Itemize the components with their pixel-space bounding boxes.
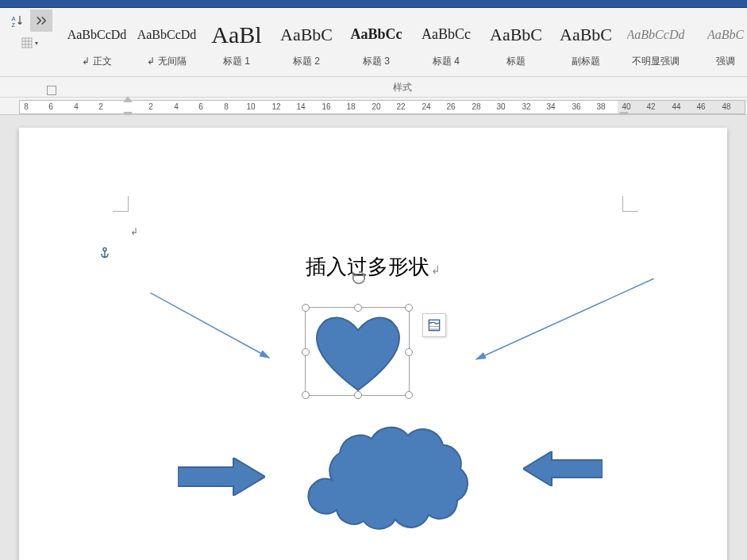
svg-text:Z: Z bbox=[11, 21, 15, 29]
style-item-5[interactable]: AaBbCc标题 4 bbox=[412, 11, 480, 75]
styles-group-label: 样式 bbox=[58, 77, 747, 97]
style-preview: AaBl bbox=[211, 18, 261, 52]
style-label: 标题 bbox=[506, 55, 526, 68]
resize-handle-se[interactable] bbox=[405, 391, 413, 399]
style-preview: AaBbCcDd bbox=[67, 18, 127, 52]
svg-line-6 bbox=[476, 278, 654, 359]
sort-button[interactable]: AZ bbox=[6, 10, 29, 32]
document-area[interactable]: ↲ 插入过多形状↲ bbox=[0, 115, 747, 560]
style-preview: AaBbCcDd bbox=[627, 18, 685, 52]
style-label: 标题 1 bbox=[223, 55, 250, 68]
title-bar bbox=[0, 0, 747, 8]
ruler-number: 38 bbox=[596, 102, 605, 111]
ruler-number: 30 bbox=[496, 102, 505, 111]
style-preview: AaBbCc bbox=[350, 18, 402, 52]
style-label: 标题 3 bbox=[363, 55, 390, 68]
page[interactable]: ↲ 插入过多形状↲ bbox=[19, 128, 727, 560]
svg-line-5 bbox=[150, 293, 269, 358]
style-item-9[interactable]: AaBbC强调 bbox=[691, 11, 747, 75]
style-item-8[interactable]: AaBbCcDd不明显强调 bbox=[622, 11, 690, 75]
resize-handle-e[interactable] bbox=[405, 348, 413, 356]
ruler-number: 12 bbox=[271, 102, 280, 111]
rotate-handle-icon[interactable] bbox=[350, 269, 368, 290]
ruler-number: 16 bbox=[322, 102, 330, 111]
block-arrow-right[interactable] bbox=[178, 458, 265, 496]
resize-handle-nw[interactable] bbox=[302, 304, 310, 312]
ruler-number: 4 bbox=[74, 102, 79, 111]
arrow-line-right[interactable] bbox=[472, 278, 662, 366]
ruler-number: 24 bbox=[422, 102, 430, 111]
ruler-number: 48 bbox=[722, 102, 730, 111]
margin-corner-tr bbox=[622, 196, 638, 212]
style-label: ↲ 正文 bbox=[82, 55, 111, 68]
ruler-number: 32 bbox=[522, 102, 530, 111]
style-label: 标题 2 bbox=[293, 55, 320, 68]
dropdown-caret-icon: ▾ bbox=[35, 40, 38, 47]
resize-handle-ne[interactable] bbox=[405, 304, 413, 312]
paragraph-mark: ↲ bbox=[130, 226, 138, 237]
heading-text: 插入过多形状 bbox=[306, 255, 429, 278]
style-preview: AaBbC bbox=[490, 18, 542, 52]
arrow-line-left[interactable] bbox=[150, 293, 277, 364]
ruler-number: 34 bbox=[546, 102, 555, 111]
style-label: ↲ 无间隔 bbox=[147, 55, 186, 68]
ruler-number: 20 bbox=[372, 102, 380, 111]
style-item-7[interactable]: AaBbC副标题 bbox=[552, 11, 620, 75]
style-preview: AaBbC bbox=[707, 18, 744, 52]
ruler-number: 8 bbox=[24, 102, 29, 111]
style-label: 强调 bbox=[716, 55, 735, 68]
dialog-launcher[interactable] bbox=[47, 86, 56, 95]
style-item-1[interactable]: AaBbCcDd↲ 无间隔 bbox=[133, 11, 201, 75]
indent-marker-first[interactable] bbox=[123, 96, 133, 102]
ruler-number: 26 bbox=[446, 102, 455, 111]
style-preview: AaBbCcDd bbox=[137, 18, 197, 52]
style-item-0[interactable]: AaBbCcDd↲ 正文 bbox=[63, 11, 131, 75]
style-label: 副标题 bbox=[572, 55, 600, 68]
resize-handle-sw[interactable] bbox=[302, 391, 310, 399]
style-item-4[interactable]: AaBbCc标题 3 bbox=[342, 11, 410, 75]
style-preview: AaBbC bbox=[280, 18, 333, 52]
ruler-number: 46 bbox=[696, 102, 705, 111]
ruler-number: 44 bbox=[672, 102, 680, 111]
resize-handle-s[interactable] bbox=[354, 391, 362, 399]
ruler-number: 28 bbox=[472, 102, 480, 111]
margin-corner-tl bbox=[113, 196, 129, 212]
ruler-number: 18 bbox=[346, 102, 355, 111]
ruler-number: 14 bbox=[296, 102, 305, 111]
style-preview: AaBbC bbox=[560, 18, 612, 52]
ruler-number: 2 bbox=[98, 102, 103, 111]
svg-rect-2 bbox=[22, 38, 32, 48]
styles-gallery[interactable]: AaBbCcDd↲ 正文AaBbCcDd↲ 无间隔AaBl标题 1AaBbC标题… bbox=[58, 8, 747, 76]
selection-box[interactable] bbox=[305, 307, 410, 396]
ruler-number: 40 bbox=[622, 102, 630, 111]
ruler-number: 22 bbox=[396, 102, 405, 111]
style-label: 不明显强调 bbox=[632, 55, 680, 68]
ribbon-left-cluster: AZ ▾ bbox=[0, 8, 58, 76]
ruler-number: 10 bbox=[246, 102, 255, 111]
style-item-3[interactable]: AaBbC标题 2 bbox=[272, 11, 341, 75]
ribbon-group-row: 样式 bbox=[0, 77, 747, 98]
horizontal-ruler[interactable]: 8642246810121416182022242628303234363840… bbox=[19, 100, 745, 114]
paragraph-mark: ↲ bbox=[431, 263, 441, 276]
grid-dropdown[interactable]: ▾ bbox=[17, 33, 41, 52]
show-marks-button[interactable] bbox=[30, 10, 52, 32]
style-item-6[interactable]: AaBbC标题 bbox=[482, 11, 550, 75]
resize-handle-n[interactable] bbox=[354, 304, 362, 312]
style-label: 标题 4 bbox=[433, 55, 460, 68]
ruler-number: 42 bbox=[646, 102, 655, 111]
style-preview: AaBbCc bbox=[422, 18, 471, 52]
heart-shape[interactable] bbox=[306, 308, 410, 397]
svg-point-3 bbox=[103, 247, 106, 251]
ruler-number: 4 bbox=[174, 102, 179, 111]
style-item-2[interactable]: AaBl标题 1 bbox=[202, 11, 271, 75]
document-heading: 插入过多形状↲ bbox=[19, 253, 727, 281]
resize-handle-w[interactable] bbox=[302, 348, 310, 356]
ruler-number: 36 bbox=[572, 102, 580, 111]
ruler-number: 8 bbox=[224, 102, 229, 111]
ruler-number: 6 bbox=[48, 102, 53, 111]
ruler-area: 8642246810121416182022242628303234363840… bbox=[0, 98, 747, 115]
cloud-shape[interactable] bbox=[297, 415, 487, 542]
layout-options-button[interactable] bbox=[422, 313, 446, 337]
block-arrow-left[interactable] bbox=[523, 451, 603, 486]
ruler-number: 2 bbox=[148, 102, 153, 111]
